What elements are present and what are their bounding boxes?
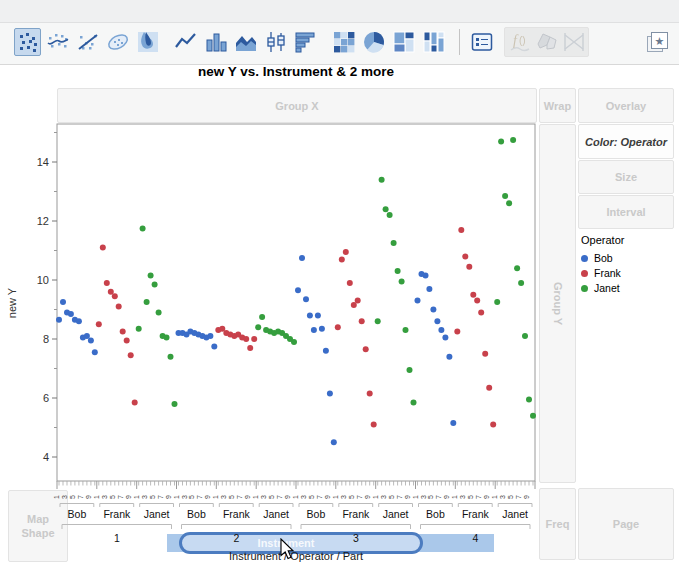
interval-drop-zone[interactable]: Interval <box>578 195 674 229</box>
tool-heatmap-button[interactable] <box>330 28 357 56</box>
legend-entry-label: Janet <box>594 282 620 294</box>
svg-text:Frank: Frank <box>462 508 490 520</box>
svg-text:7: 7 <box>396 495 403 499</box>
svg-text:5: 5 <box>69 495 76 499</box>
svg-text:1: 1 <box>133 495 140 499</box>
wrap-drop-zone[interactable]: Wrap <box>539 88 576 123</box>
tool-line-button[interactable] <box>172 28 199 56</box>
svg-text:3: 3 <box>380 495 387 499</box>
tool-treemap-button[interactable] <box>390 28 417 56</box>
page-drop-zone[interactable]: Page <box>578 488 674 560</box>
legend-entry-frank[interactable]: Frank <box>581 267 624 279</box>
legend-title: Operator <box>581 234 624 246</box>
star-window-button[interactable]: ★ <box>645 29 671 55</box>
legend-entry-bob[interactable]: Bob <box>581 252 624 264</box>
svg-text:1: 1 <box>252 495 259 499</box>
map-shapes-icon <box>535 30 559 54</box>
color-drop-zone[interactable]: Color: Operator <box>578 124 674 159</box>
scatter-points[interactable] <box>56 137 536 445</box>
toolbar-separator <box>459 29 460 55</box>
svg-text:6: 6 <box>43 392 49 404</box>
tool-histogram-button[interactable] <box>292 28 319 56</box>
ellipse-icon <box>106 30 130 54</box>
svg-text:7: 7 <box>435 495 442 499</box>
group-x-drop-zone[interactable]: Group X <box>57 88 537 123</box>
points-icon <box>16 30 40 54</box>
y-axis-title[interactable]: new Y <box>6 287 18 318</box>
svg-text:1: 1 <box>412 495 419 499</box>
svg-text:3: 3 <box>141 495 148 499</box>
svg-text:8: 8 <box>43 333 49 345</box>
tool-ellipse-button[interactable] <box>104 28 131 56</box>
tool-area-button[interactable] <box>232 28 259 56</box>
svg-text:5: 5 <box>228 495 235 499</box>
svg-text:1: 1 <box>451 495 458 499</box>
graph-builder-window: f() ★ new Y vs. Instrument & 2 more Grou… <box>0 0 679 566</box>
svg-text:1: 1 <box>372 495 379 499</box>
chart-canvas[interactable]: 468101214new Y13579135791357913579135791… <box>0 0 679 566</box>
page-label: Page <box>613 517 639 531</box>
legend: Operator Bob Frank Janet <box>581 234 624 297</box>
svg-text:5: 5 <box>427 495 434 499</box>
tool-bar-button[interactable] <box>202 28 229 56</box>
svg-text:Bob: Bob <box>426 508 445 520</box>
svg-text:9: 9 <box>85 495 92 499</box>
svg-text:★: ★ <box>655 35 665 47</box>
svg-text:3: 3 <box>181 495 188 499</box>
overlay-label: Overlay <box>606 99 646 113</box>
svg-text:7: 7 <box>196 495 203 499</box>
area-icon <box>234 30 258 54</box>
tool-points-button[interactable] <box>14 28 41 56</box>
legend-entry-janet[interactable]: Janet <box>581 282 624 294</box>
svg-text:12: 12 <box>37 215 49 227</box>
svg-text:5: 5 <box>467 495 474 499</box>
tool-pie-button[interactable] <box>360 28 387 56</box>
svg-text:7: 7 <box>515 495 522 499</box>
group-x-label: Group X <box>275 99 318 113</box>
tool-smoother-button[interactable] <box>44 28 71 56</box>
tool-parallel-button[interactable] <box>560 28 587 56</box>
heatmap-icon <box>332 30 356 54</box>
svg-text:9: 9 <box>125 495 132 499</box>
janet-color-dot-icon <box>581 285 588 292</box>
tool-line-of-fit-button[interactable] <box>74 28 101 56</box>
svg-text:10: 10 <box>37 274 49 286</box>
bar-icon <box>204 30 228 54</box>
line-icon <box>174 30 198 54</box>
svg-text:1: 1 <box>93 495 100 499</box>
smoother-icon <box>46 30 70 54</box>
svg-text:5: 5 <box>388 495 395 499</box>
tool-box-plot-button[interactable] <box>262 28 289 56</box>
tool-contour-button[interactable] <box>134 28 161 56</box>
svg-text:1: 1 <box>491 495 498 499</box>
window-top-strip <box>0 0 679 23</box>
group-y-drop-zone[interactable]: Group Y <box>539 124 576 483</box>
svg-text:9: 9 <box>284 495 291 499</box>
svg-text:1: 1 <box>212 495 219 499</box>
star-windows-icon: ★ <box>645 29 671 55</box>
tool-formula-button[interactable]: f() <box>506 28 533 56</box>
svg-text:9: 9 <box>165 495 172 499</box>
tool-map-shapes-button[interactable] <box>533 28 560 56</box>
tool-mosaic-button[interactable] <box>420 28 447 56</box>
page-title: new Y vs. Instrument & 2 more <box>57 64 535 79</box>
svg-text:9: 9 <box>483 495 490 499</box>
freq-drop-zone[interactable]: Freq <box>539 488 576 560</box>
plot-area[interactable] <box>57 124 535 481</box>
svg-text:Frank: Frank <box>103 508 131 520</box>
size-label: Size <box>615 170 637 184</box>
svg-text:5: 5 <box>308 495 315 499</box>
svg-text:Janet: Janet <box>502 508 528 520</box>
control-panel-icon <box>470 30 494 54</box>
mouse-cursor <box>280 538 296 560</box>
map-shape-label: Map Shape <box>9 512 67 540</box>
overlay-drop-zone[interactable]: Overlay <box>578 88 674 123</box>
size-drop-zone[interactable]: Size <box>578 160 674 194</box>
svg-text:3: 3 <box>300 495 307 499</box>
svg-text:5: 5 <box>348 495 355 499</box>
svg-text:3: 3 <box>101 495 108 499</box>
x-axis-title[interactable]: Instrument / Operator / Part <box>57 550 535 562</box>
svg-text:7: 7 <box>77 495 84 499</box>
svg-text:9: 9 <box>204 495 211 499</box>
tool-control-panel-button[interactable] <box>468 28 495 56</box>
